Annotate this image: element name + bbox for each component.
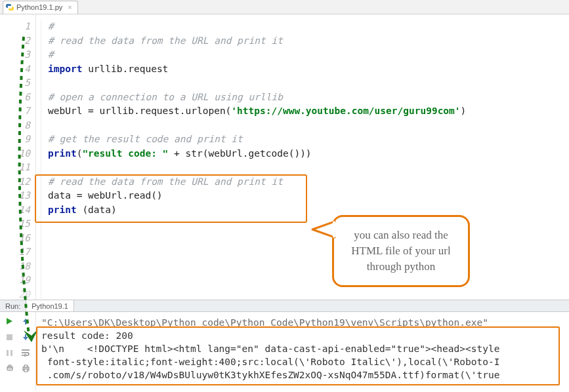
- callout-bubble: you can also read the HTML file of your …: [332, 215, 470, 287]
- svg-rect-1: [7, 350, 9, 356]
- code-line: # open a connection to a URL using urlli…: [48, 92, 283, 102]
- print-button[interactable]: [18, 362, 33, 375]
- close-tab-icon[interactable]: ×: [68, 3, 72, 11]
- svg-rect-0: [7, 334, 12, 340]
- svg-rect-2: [11, 350, 12, 356]
- python-file-icon: [6, 3, 14, 11]
- code-line: # read the data from the URL and print i…: [48, 35, 283, 46]
- file-tab[interactable]: Python19.1.py ×: [3, 1, 78, 14]
- callout-text: you can also read the HTML file of your …: [342, 227, 460, 274]
- rerun-button[interactable]: [2, 315, 16, 328]
- wrap-button[interactable]: [18, 346, 33, 359]
- run-tab[interactable]: Python19.1: [26, 300, 74, 311]
- run-label: Run:: [0, 300, 26, 311]
- console-output[interactable]: "C:\Users\DK\Desktop\Python code\Python …: [36, 312, 569, 391]
- code-line: # get the result code and print it: [48, 134, 243, 144]
- code-line: #: [48, 21, 54, 31]
- svg-rect-5: [24, 365, 28, 367]
- code-line: import urllib.request: [48, 64, 168, 74]
- run-panel-header: Run: Python19.1: [0, 300, 569, 312]
- pause-button[interactable]: [2, 346, 16, 359]
- run-toolbar: [0, 312, 36, 391]
- code-line: [48, 77, 54, 88]
- output-area: "C:\Users\DK\Desktop\Python code\Python …: [0, 312, 569, 391]
- highlight-box-output: [36, 326, 560, 385]
- code-line: webUrl = urllib.request.urlopen('https:/…: [48, 106, 466, 116]
- trash-button[interactable]: [2, 362, 16, 375]
- line-gutter: 1 2 3 4 5 6 7 8 9 10 11 12 13 14 15 16 1…: [0, 14, 36, 300]
- scroll-up-button[interactable]: [18, 315, 33, 328]
- file-tab-label: Python19.1.py: [16, 3, 62, 11]
- code-line: [48, 120, 54, 130]
- code-line: [48, 162, 54, 172]
- svg-rect-3: [7, 366, 12, 370]
- scroll-down-button[interactable]: [18, 330, 33, 343]
- highlight-box-code: [35, 174, 307, 223]
- stop-button[interactable]: [2, 330, 16, 343]
- editor-tab-bar: Python19.1.py ×: [0, 0, 569, 14]
- code-line: #: [48, 49, 54, 60]
- code-content[interactable]: # # read the data from the URL and print…: [36, 14, 569, 300]
- svg-rect-6: [24, 369, 28, 372]
- editor[interactable]: 1 2 3 4 5 6 7 8 9 10 11 12 13 14 15 16 1…: [0, 14, 569, 300]
- code-line: print("result code: " + str(webUrl.getco…: [48, 148, 312, 159]
